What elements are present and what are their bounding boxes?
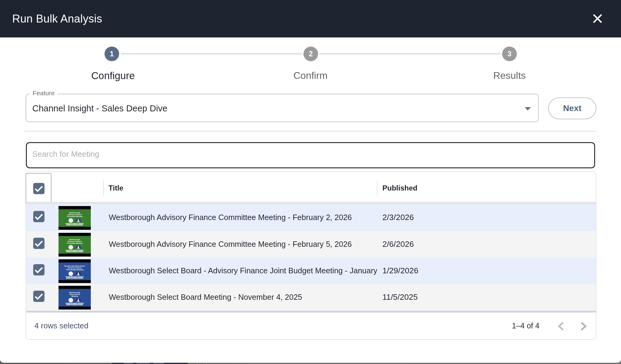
svg-text:Westborough Select Board: Westborough Select Board <box>64 265 85 267</box>
svg-text:Westborough: Westborough <box>69 212 80 214</box>
svg-text:Town Budget Meeting: Town Budget Meeting <box>66 269 83 271</box>
svg-text:Westborough: Westborough <box>69 239 80 240</box>
svg-text:Westborough: Westborough <box>69 292 80 293</box>
svg-text:Committee Meeting: Committee Meeting <box>67 215 83 217</box>
svg-text:Meeting: Meeting <box>71 295 78 297</box>
svg-text:Committee Meeting: Committee Meeting <box>67 242 83 244</box>
